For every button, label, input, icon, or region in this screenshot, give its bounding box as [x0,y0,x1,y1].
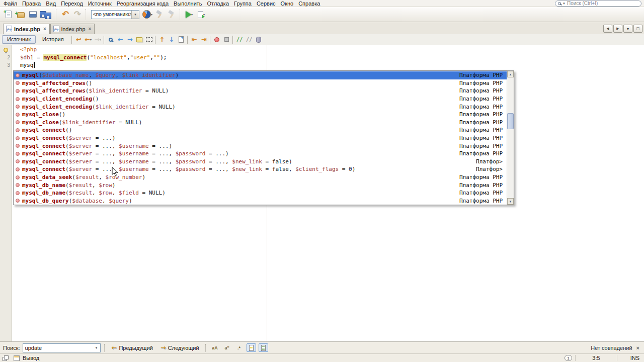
menu-item-группа[interactable]: Группа [231,1,254,7]
output-window-icon[interactable] [14,355,20,361]
maximize-window-button[interactable]: □ [633,25,642,33]
memory-view-button[interactable] [254,35,264,44]
run-project-button[interactable]: ▾ [183,8,195,21]
chevron-down-icon[interactable]: ▼ [131,11,139,19]
highlight-results-toggle[interactable] [247,343,256,352]
tab-list-button[interactable]: ▼ [623,25,632,33]
redo-button[interactable]: ↷ [71,8,84,21]
save-all-button[interactable] [39,8,54,21]
find-previous-button[interactable]: ← [116,35,125,44]
close-icon[interactable]: × [43,27,46,32]
menu-item-переход[interactable]: Переход [58,1,86,7]
tab-index-php-active[interactable]: index.php × [3,24,50,34]
toggle-bookmark-button[interactable] [177,35,186,44]
completion-item[interactable]: mysql_db_query($database, $query)Платфор… [14,197,507,205]
popup-scrollbar[interactable]: ▲ ▼ [507,71,514,205]
back-button[interactable]: ←▾ [84,35,93,44]
forward-button[interactable]: →▾ [93,35,103,44]
completion-item[interactable]: mysql_db_name($result, $row)Платформа PH… [14,181,507,189]
open-project-button[interactable] [27,8,39,21]
completion-item[interactable]: mysql_client_encoding()Платформа PHP [14,95,507,103]
scroll-tabs-left-button[interactable]: ◀ [603,25,612,33]
last-edit-location-button[interactable]: ↩ [74,35,84,44]
tab-index-php-2[interactable]: index.php × [50,24,95,34]
completion-item[interactable]: mysql_data_seek($result, $row_number)Пла… [14,173,507,182]
completion-item[interactable]: mysql_client_encoding($link_identifier =… [14,103,507,111]
uncomment-button[interactable]: // [245,35,254,44]
completion-item-selected[interactable]: mysql($database_name, $query, $link_iden… [14,71,507,79]
editor-gutter[interactable]: 23 [0,45,12,341]
notification-badge[interactable]: 1 [565,355,572,361]
match-case-toggle[interactable]: aA [210,343,220,352]
completion-item[interactable]: mysql_connect($server = ..., $username =… [14,142,507,150]
menu-item-правка[interactable]: Правка [20,1,43,7]
browser-button[interactable]: ▾ [141,8,153,21]
menu-item-справка[interactable]: Справка [296,1,323,7]
code-line-3[interactable]: mysq [13,61,644,69]
restore-group-icon[interactable] [4,355,9,359]
completion-item[interactable]: mysql_affected_rows($link_identifier = N… [14,87,507,95]
scroll-tabs-right-button[interactable]: ▶ [613,25,622,33]
shift-line-left-button[interactable]: ⇤ [190,35,199,44]
rectangular-selection-button[interactable] [144,35,154,44]
whole-words-toggle[interactable]: a" [222,343,232,352]
scroll-down-icon[interactable]: ▼ [507,198,514,205]
next-bookmark-button[interactable]: ↓ [167,35,177,44]
menu-item-сервис[interactable]: Сервис [254,1,278,7]
quick-search-box[interactable]: ▼ Поиск (Ctrl+I) [555,1,641,7]
completion-item[interactable]: mysql_affected_rows()Платформа PHP [14,79,507,87]
close-find-bar-button[interactable]: × [635,345,641,351]
menu-item-отладка[interactable]: Отладка [205,1,231,7]
code-line-2[interactable]: $db1 = mysql_connect("localhost","user",… [13,54,644,62]
find-next-button[interactable]: → [125,35,135,44]
stop-macro-button[interactable] [222,35,231,44]
output-window-button[interactable]: Вывод [23,355,39,361]
completion-item[interactable]: mysql_connect($server = ..., $username =… [14,165,507,173]
completion-item[interactable]: mysql_connect()Платформа PHP [14,126,507,134]
find-previous-button[interactable]: ← Предыдущий [109,343,155,352]
previous-bookmark-button[interactable]: ↑ [157,35,167,44]
new-file-button[interactable]: + [3,8,15,21]
menu-item-источник[interactable]: Источник [86,1,114,7]
completion-item[interactable]: mysql_close()Платформа PHP [14,111,507,119]
wrap-search-toggle[interactable] [259,343,268,352]
gutter-cell[interactable] [0,46,10,54]
record-macro-button[interactable] [212,35,222,44]
undo-button[interactable]: ↶ [59,8,71,21]
chevron-down-icon[interactable]: ▼ [93,346,100,349]
comment-button[interactable]: // [235,35,245,44]
platform-label: Платформа PHP [459,72,507,78]
gutter-cell[interactable]: 2 [0,54,10,62]
build-project-button[interactable] [153,8,166,21]
new-project-button[interactable]: + [15,8,27,21]
scroll-up-icon[interactable]: ▲ [507,71,514,77]
regex-toggle[interactable]: .* [234,343,244,352]
find-selection-button[interactable] [106,35,116,44]
history-view-button[interactable]: История [38,36,68,43]
find-combobox[interactable]: update ▼ [23,343,101,352]
code-editor[interactable]: 23 <?php$db1 = mysql_connect("localhost"… [0,45,644,341]
close-icon[interactable]: × [89,27,92,32]
shift-line-right-button[interactable]: ⇥ [199,35,209,44]
completion-item[interactable]: mysql_close($link_identifier = NULL)Плат… [14,119,507,127]
completion-list[interactable]: mysql($database_name, $query, $link_iden… [14,71,507,205]
menu-item-вид[interactable]: Вид [43,1,58,7]
scrollbar-thumb[interactable] [507,113,514,129]
completion-item[interactable]: mysql_connect($server = ..., $username =… [14,158,507,166]
completion-item[interactable]: mysql_db_name($result, $row, $field = NU… [14,189,507,197]
code-line-1[interactable]: <?php [13,46,644,54]
menu-item-выполнить[interactable]: Выполнить [171,1,204,7]
completion-item[interactable]: mysql_connect($server = ...)Платформа PH… [14,134,507,142]
debug-project-button[interactable]: ▾ [195,8,207,21]
menu-item-реорганизация-кода[interactable]: Реорганизация кода [114,1,171,7]
completion-item[interactable]: mysql_connect($server = ..., $username =… [14,150,507,158]
menu-item-окно[interactable]: Окно [278,1,296,7]
source-view-button[interactable]: Источник [2,35,36,44]
menu-item-файл[interactable]: Файл [1,1,20,7]
hint-bulb-icon[interactable] [4,48,8,52]
clean-build-project-button[interactable] [166,8,178,21]
configuration-combobox[interactable]: <по умолчанию> ▼ [91,10,139,19]
gutter-cell[interactable]: 3 [0,61,10,69]
find-next-button[interactable]: → Следующий [158,343,202,352]
toggle-highlight-search-button[interactable] [135,35,144,44]
